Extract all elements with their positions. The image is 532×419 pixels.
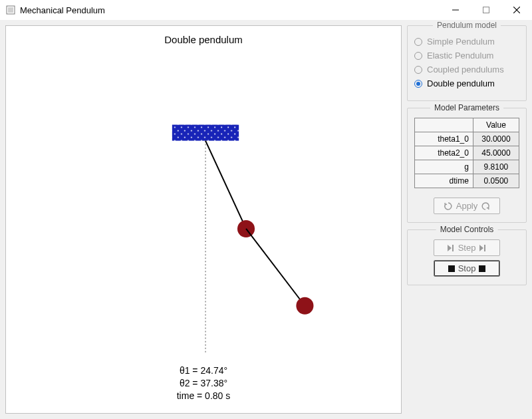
- radio-simple-pendulum[interactable]: Simple Pendulum: [414, 37, 519, 47]
- stop-icon: [479, 265, 485, 272]
- param-value[interactable]: 0.0500: [473, 174, 519, 188]
- radio-coupled-pendulums[interactable]: Coupled pendulums: [414, 65, 519, 74]
- svg-rect-1: [8, 7, 13, 13]
- radio-label: Coupled pendulums: [427, 65, 504, 74]
- radio-label: Double pendulum: [427, 78, 495, 88]
- apply-button[interactable]: Apply: [434, 198, 500, 214]
- svg-rect-12: [484, 245, 485, 251]
- model-group-legend: Pendulum model: [433, 21, 501, 30]
- svg-marker-9: [448, 245, 452, 251]
- readout-theta1: θ1 = 24.74°: [6, 364, 401, 377]
- svg-rect-14: [479, 265, 485, 272]
- parameters-group: Model Parameters Value theta1_0 30.0000 …: [407, 108, 527, 223]
- controls-group: Model Controls Step Stop: [407, 229, 527, 285]
- svg-rect-3: [483, 7, 489, 13]
- radio-icon: [414, 66, 422, 74]
- svg-rect-10: [452, 245, 454, 251]
- table-header-value: Value: [473, 118, 519, 132]
- param-value[interactable]: 30.0000: [473, 132, 519, 146]
- table-row: g 9.8100: [415, 160, 519, 174]
- step-label: Step: [458, 243, 476, 253]
- readout-time: time = 0.80 s: [6, 390, 401, 402]
- close-button[interactable]: [501, 0, 532, 20]
- param-value[interactable]: 45.0000: [473, 146, 519, 160]
- canvas-title: Double pendulum: [6, 34, 401, 45]
- controls-legend: Model Controls: [436, 225, 498, 234]
- table-row: theta2_0 45.0000: [415, 146, 519, 160]
- radio-label: Elastic Pendulum: [427, 51, 493, 61]
- param-name: theta2_0: [415, 146, 473, 160]
- rod-2: [246, 229, 305, 306]
- step-button[interactable]: Step: [434, 239, 500, 256]
- model-group: Pendulum model Simple Pendulum Elastic P…: [407, 25, 527, 101]
- svg-marker-11: [479, 245, 483, 251]
- param-name: g: [415, 160, 473, 174]
- radio-icon: [414, 80, 422, 88]
- table-row: dtime 0.0500: [415, 174, 519, 188]
- step-forward-icon: [479, 244, 487, 252]
- stop-icon: [448, 265, 455, 272]
- radio-icon: [414, 52, 422, 60]
- radio-icon: [414, 38, 422, 46]
- param-value[interactable]: 9.8100: [473, 160, 519, 174]
- table-corner: [415, 118, 473, 132]
- radio-elastic-pendulum[interactable]: Elastic Pendulum: [414, 51, 519, 61]
- refresh-icon: [481, 202, 490, 211]
- window-title: Mechanical Pendulum: [20, 5, 105, 15]
- anchor-block: [172, 125, 239, 141]
- app-icon: [5, 5, 16, 15]
- radio-double-pendulum[interactable]: Double pendulum: [414, 78, 519, 88]
- param-name: theta1_0: [415, 132, 473, 146]
- table-row: theta1_0 30.0000: [415, 132, 519, 146]
- refresh-icon: [444, 202, 453, 211]
- stop-button[interactable]: Stop: [434, 260, 500, 277]
- minimize-button[interactable]: [440, 0, 471, 20]
- readout-theta2: θ2 = 37.38°: [6, 377, 401, 390]
- svg-rect-13: [448, 265, 455, 272]
- radio-label: Simple Pendulum: [427, 37, 495, 47]
- bob-2: [296, 297, 313, 315]
- parameters-legend: Model Parameters: [430, 103, 503, 112]
- parameters-table: Value theta1_0 30.0000 theta2_0 45.0000 …: [414, 118, 519, 188]
- param-name: dtime: [415, 174, 473, 188]
- pendulum-drawing: [6, 26, 401, 413]
- titlebar: Mechanical Pendulum: [0, 0, 532, 20]
- maximize-button[interactable]: [471, 0, 501, 20]
- apply-label: Apply: [456, 201, 478, 211]
- simulation-canvas: Double pendulum θ1 = 24.74°: [5, 25, 402, 414]
- readout: θ1 = 24.74° θ2 = 37.38° time = 0.80 s: [6, 364, 401, 402]
- step-forward-icon: [447, 244, 455, 252]
- stop-label: Stop: [458, 263, 476, 273]
- rod-1: [205, 141, 246, 229]
